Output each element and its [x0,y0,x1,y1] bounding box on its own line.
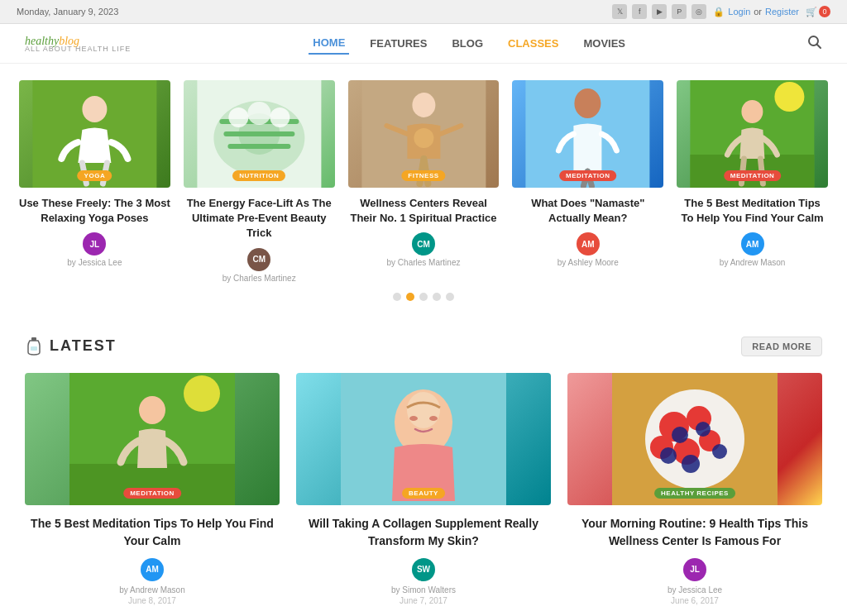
top-bar: Monday, January 9, 2023 𝕏 f ▶ P ◎ 🔒 Logi… [0,0,847,24]
read-more-button[interactable]: READ MORE [741,337,822,356]
logo-tagline: ALL ABOUT HEALTH LIFE [25,45,131,53]
twitter-icon[interactable]: 𝕏 [612,4,627,19]
author-area-2: CM by Charles Martinez [184,248,335,283]
svg-point-17 [575,88,601,118]
carousel-section: YOGA Use These Freely: The 3 Most Relaxi… [0,64,847,313]
svg-point-30 [407,392,440,428]
svg-point-40 [672,427,688,443]
youtube-icon[interactable]: ▶ [652,4,667,19]
login-link[interactable]: Login [728,7,750,17]
author-avatar-1: JL [83,232,106,255]
dot-5[interactable] [446,293,454,301]
author-avatar-3: CM [412,232,435,255]
svg-point-32 [429,416,438,421]
author-avatar-5: AM [741,232,764,255]
dot-1[interactable] [393,293,401,301]
social-icons: 𝕏 f ▶ P ◎ [612,4,706,19]
date-label: Monday, January 9, 2023 [17,7,118,17]
main-content: Monday, January 9, 2023 𝕏 f ▶ P ◎ 🔒 Logi… [0,0,847,616]
carousel-img-1: YOGA [19,80,170,188]
bottle-icon [25,337,43,356]
latest-date-1: June 8, 2017 [128,596,176,605]
svg-point-27 [139,396,165,424]
latest-author-2: SW by Simon Walters June 7, 2017 [296,558,551,605]
latest-section: LATEST READ MORE [0,320,847,616]
author-avatar-2: CM [247,248,270,271]
search-button[interactable] [807,35,822,53]
dot-2[interactable] [406,293,414,301]
carousel-item-3[interactable]: FITNESS Wellness Centers Reveal Their No… [342,80,506,283]
cart-count: 0 [819,6,830,17]
instagram-icon[interactable]: ◎ [691,4,706,19]
latest-title-3: Your Morning Routine: 9 Health Tips This… [567,515,822,550]
svg-point-10 [228,107,248,127]
latest-author-1: AM by Andrew Mason June 8, 2017 [25,558,280,605]
latest-author-3: JL by Jessica Lee June 6, 2017 [567,558,822,605]
carousel-img-2: NUTRITION [184,80,335,188]
latest-author-name-3: by Jessica Lee [668,585,722,595]
facebook-icon[interactable]: f [632,4,647,19]
badge-meditation-2: MEDITATION [724,170,782,181]
svg-point-42 [660,447,677,464]
latest-grid: MEDITATION The 5 Best Meditation Tips To… [25,373,822,605]
lock-icon: 🔒 [713,7,725,17]
author-avatar-4: AM [577,232,600,255]
latest-date-3: June 6, 2017 [671,596,719,605]
logo[interactable]: healthyblog ALL ABOUT HEALTH LIFE [25,34,131,53]
section-header: LATEST READ MORE [25,337,822,356]
svg-rect-25 [69,464,235,505]
header: healthyblog ALL ABOUT HEALTH LIFE HOME F… [0,24,847,64]
pinterest-icon[interactable]: P [672,4,687,19]
login-area: 🔒 Login or Register [713,7,799,17]
cart-icon[interactable]: 🛒 0 [806,6,830,17]
latest-avatar-3: JL [683,558,706,581]
dot-3[interactable] [419,293,428,301]
nav-classes[interactable]: CLASSES [504,33,562,54]
author-area-4: AM by Ashley Moore [512,232,663,267]
nav-features[interactable]: FEATURES [366,33,431,54]
nav-home[interactable]: HOME [309,32,349,55]
latest-author-name-1: by Andrew Mason [119,585,185,595]
carousel-item-5[interactable]: MEDITATION The 5 Best Meditation Tips To… [670,80,835,283]
section-title-area: LATEST [25,337,117,356]
svg-point-43 [712,444,727,459]
dot-4[interactable] [433,293,441,301]
svg-point-44 [682,455,700,473]
svg-line-1 [817,44,821,48]
latest-title-2: Will Taking A Collagen Supplement Really… [296,515,551,550]
latest-item-3[interactable]: HEALTHY RECIPES Your Morning Routine: 9 … [567,373,822,605]
carousel-title-4: What Does "Namaste" Actually Mean? [512,196,663,226]
svg-point-12 [270,107,290,127]
nav: HOME FEATURES BLOG CLASSES MOVIES [309,32,629,55]
author-area-5: AM by Andrew Mason [677,232,828,267]
top-bar-right: 𝕏 f ▶ P ◎ 🔒 Login or Register 🛒 0 [612,4,830,19]
latest-author-name-2: by Simon Walters [391,585,456,595]
badge-yoga: YOGA [78,170,112,181]
latest-title-1: The 5 Best Meditation Tips To Help You F… [25,515,280,550]
svg-rect-23 [31,346,37,351]
svg-point-26 [184,375,220,412]
carousel-item-1[interactable]: YOGA Use These Freely: The 3 Most Relaxi… [12,80,177,283]
latest-item-2[interactable]: BEAUTY Will Taking A Collagen Supplement… [296,373,551,605]
svg-point-31 [409,416,418,421]
cart-symbol: 🛒 [806,7,817,17]
latest-img-2: BEAUTY [296,373,551,505]
author-name-3: by Charles Martinez [387,258,461,267]
latest-item-1[interactable]: MEDITATION The 5 Best Meditation Tips To… [25,373,280,605]
carousel-title-5: The 5 Best Meditation Tips To Help You F… [677,196,828,226]
svg-point-3 [82,96,107,122]
nav-movies[interactable]: MOVIES [579,33,629,54]
carousel-item-4[interactable]: MEDITATION What Does "Namaste" Actually … [505,80,670,283]
svg-point-15 [414,128,433,148]
carousel-img-5: MEDITATION [677,80,828,188]
latest-img-3: HEALTHY RECIPES [567,373,822,505]
latest-badge-recipes: HEALTHY RECIPES [654,488,735,499]
author-area-1: JL by Jessica Lee [19,232,170,267]
carousel-grid: YOGA Use These Freely: The 3 Most Relaxi… [12,80,835,283]
latest-img-1: MEDITATION [25,373,280,505]
nav-blog[interactable]: BLOG [447,33,487,54]
carousel-item-2[interactable]: NUTRITION The Energy Face-Lift As The Ul… [177,80,342,283]
latest-avatar-2: SW [412,558,435,581]
register-link[interactable]: Register [765,7,799,17]
author-area-3: CM by Charles Martinez [348,232,500,267]
